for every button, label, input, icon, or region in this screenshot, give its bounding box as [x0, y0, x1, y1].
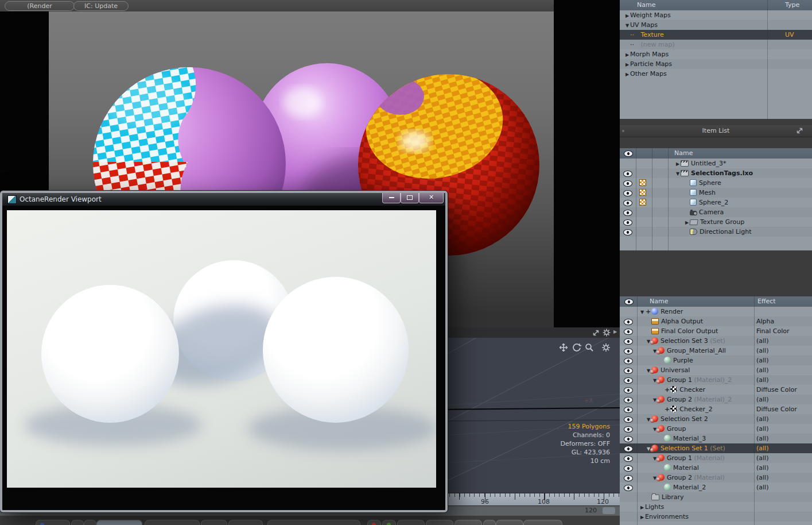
visibility-cell[interactable]	[620, 326, 637, 336]
shader-tree-row[interactable]: ▼Selection Set 3 (Set)(all)	[620, 336, 812, 346]
eye-icon[interactable]	[624, 348, 633, 354]
end-frame-value[interactable]: 120	[585, 507, 597, 514]
toolbar-button[interactable]	[201, 520, 227, 525]
expander-icon[interactable]: ▶	[639, 512, 645, 522]
eye-icon[interactable]	[624, 485, 633, 491]
octane-titlebar[interactable]: OctaneRender Viewport ✕	[2, 193, 445, 206]
shader-tree-row[interactable]: ▼Group 2 (Material)_2(all)	[620, 395, 812, 404]
add-channel-icon[interactable]: +	[645, 308, 651, 315]
toolbar-button[interactable]	[96, 520, 142, 525]
shader-tree-row[interactable]: ▼Group_Material_All(all)	[620, 346, 812, 356]
shader-tree-row[interactable]: Purple(all)	[620, 356, 812, 365]
eye-icon[interactable]	[624, 338, 633, 345]
visibility-cell[interactable]	[620, 365, 637, 375]
effect-value[interactable]: (all)	[756, 443, 768, 453]
material-cell[interactable]	[636, 188, 652, 198]
vertexmap-row[interactable]: ▶Morph Maps	[620, 49, 812, 59]
visibility-cell[interactable]	[620, 404, 637, 414]
eye-icon[interactable]	[624, 368, 633, 374]
effect-value[interactable]: (all)	[756, 375, 768, 385]
toolbar-button[interactable]	[397, 520, 425, 525]
shader-tree-row[interactable]: ▼Group 1 (Material)(all)	[620, 453, 812, 463]
eye-icon[interactable]	[624, 407, 633, 413]
pan-tool-icon[interactable]	[559, 343, 568, 352]
visibility-cell[interactable]	[620, 346, 637, 356]
shader-tree-row[interactable]: ▶Lights	[620, 502, 812, 512]
eye-icon[interactable]	[624, 465, 633, 472]
toolbar-button[interactable]	[145, 520, 200, 525]
shader-tree-row[interactable]: +Checker_2Diffuse Color	[620, 404, 812, 414]
item-list-row[interactable]: Camera	[620, 207, 812, 217]
item-list-titlebar[interactable]: Item List	[620, 125, 812, 137]
material-cell[interactable]	[636, 198, 652, 207]
item-list-row[interactable]: ▶Untitled_3*	[620, 159, 812, 168]
visibility-cell[interactable]	[620, 316, 637, 326]
effect-value[interactable]: (all)	[756, 453, 768, 463]
shader-tree-row[interactable]: Material(all)	[620, 463, 812, 473]
visibility-cell[interactable]	[620, 168, 636, 178]
shader-tree-row[interactable]: ▼Selection Set 1 (Set)(all)	[620, 443, 812, 453]
visibility-cell[interactable]	[620, 227, 636, 237]
eye-icon[interactable]	[624, 397, 633, 403]
item-list-row[interactable]: Sphere	[620, 178, 812, 188]
vertexmap-row[interactable]: ·· TextureUV	[620, 30, 812, 40]
effect-value[interactable]: (all)	[756, 473, 768, 482]
eye-icon[interactable]	[624, 436, 633, 442]
visibility-cell[interactable]	[620, 178, 636, 188]
toolbar-button[interactable]	[84, 520, 96, 525]
eye-icon[interactable]	[624, 455, 633, 462]
effect-value[interactable]: (all)	[756, 424, 768, 434]
toolbar-button[interactable]	[228, 520, 263, 525]
eye-icon[interactable]	[624, 416, 633, 423]
effect-value[interactable]: Alpha	[756, 316, 774, 326]
vertexmap-row[interactable]: ▼UV Maps	[620, 20, 812, 30]
effect-value[interactable]: (all)	[756, 434, 768, 443]
effect-value[interactable]: Final Color	[756, 326, 790, 336]
shader-tree-row[interactable]: Alpha OutputAlpha	[620, 316, 812, 326]
vertexmap-row[interactable]: ▶Other Maps	[620, 69, 812, 79]
visibility-cell[interactable]	[620, 443, 637, 453]
visibility-cell[interactable]	[620, 424, 637, 434]
effect-value[interactable]: (all)	[756, 356, 768, 365]
effect-value[interactable]: (all)	[756, 336, 768, 346]
shader-tree-row[interactable]: ▶Environments	[620, 512, 812, 522]
frame-range-handle[interactable]	[603, 507, 615, 514]
shader-tree-row[interactable]: Material_2(all)	[620, 482, 812, 492]
toolbar-button[interactable]	[36, 520, 70, 525]
expander-icon[interactable]: ▼	[675, 169, 681, 179]
expander-icon[interactable]: ▶	[675, 159, 681, 169]
add-channel-icon[interactable]: +	[664, 406, 670, 413]
toolbar-button[interactable]	[496, 520, 523, 525]
visibility-cell[interactable]	[620, 188, 636, 198]
eye-icon[interactable]	[623, 210, 632, 216]
toolbar-button[interactable]	[523, 520, 562, 525]
expander-icon[interactable]: ▶	[624, 70, 630, 79]
visibility-cell[interactable]	[620, 482, 637, 492]
shader-tree-row[interactable]: ▼Selection Set 2(all)	[620, 414, 812, 424]
material-cell[interactable]	[636, 178, 652, 188]
visibility-cell[interactable]	[620, 414, 637, 424]
vertexmap-row[interactable]: ▶Particle Maps	[620, 59, 812, 69]
expander-icon[interactable]: ▶	[624, 60, 630, 70]
expander-icon[interactable]: ▼	[624, 21, 630, 30]
effect-value[interactable]: (all)	[756, 395, 768, 404]
pane-menu-arrow-icon[interactable]: ▶	[613, 329, 617, 334]
item-list-row[interactable]: Sphere_2	[620, 198, 812, 207]
viewport-gear-icon[interactable]	[601, 343, 611, 352]
item-list-row[interactable]: ▼SelectionTags.lxo	[620, 168, 812, 178]
shader-tree-row[interactable]: Final Color OutputFinal Color	[620, 326, 812, 336]
render-camera-button[interactable]: (Render Camera)	[5, 1, 75, 11]
octane-render-window[interactable]: OctaneRender Viewport ✕	[0, 191, 448, 512]
ic-update-button[interactable]: IC: Update	[73, 1, 129, 11]
expander-icon[interactable]: ▶	[624, 11, 630, 21]
visibility-cell[interactable]	[620, 463, 637, 473]
item-list-row[interactable]: ▶Texture Group	[620, 217, 812, 227]
eye-icon[interactable]	[623, 229, 632, 236]
eye-icon[interactable]	[624, 358, 633, 364]
expander-icon[interactable]: ▶	[639, 503, 645, 512]
visibility-cell[interactable]	[620, 375, 637, 385]
eye-icon[interactable]	[623, 190, 632, 196]
eye-icon[interactable]	[623, 180, 632, 187]
visibility-cell[interactable]	[620, 207, 636, 217]
maximize-button[interactable]	[401, 193, 419, 203]
